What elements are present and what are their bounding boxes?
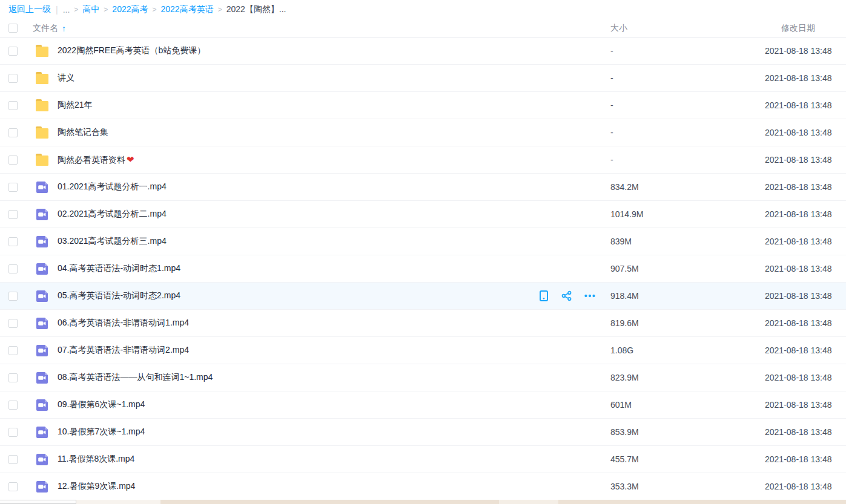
breadcrumb-separator: > [153, 5, 157, 14]
file-row[interactable]: 07.高考英语语法-非谓语动词2.mp4 [0, 337, 846, 364]
file-name-text: 06.高考英语语法-非谓语动词1.mp4 [58, 318, 189, 327]
file-row[interactable]: 04.高考英语语法-动词时态1.mp4 [0, 255, 846, 283]
video-file-icon [35, 235, 49, 249]
file-size: - [610, 46, 765, 56]
file-name-text: 05.高考英语语法-动词时态2.mp4 [58, 290, 180, 300]
file-name: 12.暑假第9次课.mp4 [58, 481, 610, 492]
file-row[interactable]: 03.2021高考试题分析三.mp4 [0, 228, 846, 255]
file-name: 2022陶然FREE高考英语（b站免费课） [58, 45, 610, 56]
file-row[interactable]: 09.暑假第6次课~1.mp4 [0, 391, 846, 419]
row-checkbox[interactable] [8, 292, 18, 301]
file-size: 907.5M [610, 264, 765, 273]
breadcrumb-separator: > [218, 5, 222, 14]
file-row[interactable]: 讲义 [0, 65, 846, 92]
row-checkbox[interactable] [8, 346, 18, 355]
file-name: 10.暑假第7次课~1.mp4 [58, 427, 610, 437]
file-name: 04.高考英语语法-动词时态1.mp4 [58, 263, 610, 274]
file-row[interactable]: 05.高考英语语法-动词时态2.mp4 [0, 283, 846, 310]
column-header-filename[interactable]: 文件名 [33, 23, 58, 34]
file-name: 09.暑假第6次课~1.mp4 [58, 399, 610, 410]
row-checkbox[interactable] [8, 482, 18, 491]
video-file-icon [35, 344, 49, 358]
file-name: 陶然笔记合集 [58, 127, 610, 138]
folder-icon [35, 71, 49, 85]
file-row[interactable]: 陶然笔记合集 [0, 119, 846, 146]
save-to-device-icon[interactable] [538, 290, 549, 301]
breadcrumb-link-2022gaokao-english[interactable]: 2022高考英语 [161, 4, 214, 15]
file-date: 2021-08-18 13:48 [765, 264, 834, 273]
share-icon[interactable] [561, 290, 572, 301]
file-date: 2021-08-18 13:48 [765, 209, 834, 219]
column-header-date[interactable]: 修改日期 [765, 23, 834, 34]
file-date: 2021-08-18 13:48 [765, 318, 834, 328]
folder-icon [35, 126, 49, 140]
video-file-icon [35, 398, 49, 412]
file-name: 02.2021高考试题分析二.mp4 [58, 209, 610, 220]
file-name: 讲义 [58, 73, 610, 83]
row-checkbox[interactable] [8, 428, 18, 437]
file-row[interactable]: 06.高考英语语法-非谓语动词1.mp4 [0, 310, 846, 337]
file-size: 823.9M [610, 373, 765, 382]
file-row[interactable]: 08.高考英语语法——从句和连词1~1.mp4 [0, 364, 846, 391]
file-name-text: 02.2021高考试题分析二.mp4 [58, 209, 167, 218]
file-name-text: 03.2021高考试题分析三.mp4 [58, 236, 167, 246]
sort-ascending-icon[interactable]: ↑ [62, 24, 66, 33]
file-size: 601M [610, 400, 765, 410]
row-checkbox[interactable] [8, 155, 18, 165]
file-date: 2021-08-18 13:48 [765, 373, 834, 382]
file-name-text: 讲义 [58, 73, 74, 82]
file-row[interactable]: 12.暑假第9次课.mp4 [0, 473, 846, 500]
file-name-text: 10.暑假第7次课~1.mp4 [58, 427, 145, 436]
breadcrumb-separator: > [74, 5, 78, 14]
row-checkbox[interactable] [8, 210, 18, 219]
row-checkbox[interactable] [8, 373, 18, 382]
file-row[interactable]: 01.2021高考试题分析一.mp4 [0, 174, 846, 201]
row-checkbox[interactable] [8, 74, 18, 83]
file-name: 01.2021高考试题分析一.mp4 [58, 182, 610, 192]
file-name-text: 2022陶然FREE高考英语（b站免费课） [58, 45, 205, 55]
file-size: 918.4M [610, 291, 765, 301]
file-date: 2021-08-18 13:48 [765, 482, 834, 491]
file-name: 03.2021高考试题分析三.mp4 [58, 236, 610, 247]
scrollbar-thumb[interactable] [0, 500, 76, 504]
file-date: 2021-08-18 13:48 [765, 345, 834, 355]
file-date: 2021-08-18 13:48 [765, 237, 834, 246]
row-checkbox[interactable] [8, 101, 18, 110]
row-checkbox[interactable] [8, 237, 18, 246]
file-size: 853.9M [610, 427, 765, 437]
file-row[interactable]: 陶然必看英语资料❤ [0, 146, 846, 174]
video-file-icon [35, 371, 49, 385]
breadcrumb-link-gaozhong[interactable]: 高中 [82, 4, 99, 15]
file-date: 2021-08-18 13:48 [765, 454, 834, 464]
file-name-text: 11.暑假第8次课.mp4 [58, 454, 134, 463]
back-link[interactable]: 返回上一级 [8, 4, 51, 15]
file-row[interactable]: 2022陶然FREE高考英语（b站免费课） [0, 38, 846, 65]
row-checkbox[interactable] [8, 319, 18, 328]
breadcrumb-divider: | [56, 5, 58, 15]
folder-icon [35, 44, 49, 58]
row-checkbox[interactable] [8, 47, 18, 56]
file-size: 455.7M [610, 454, 765, 464]
file-row[interactable]: 02.2021高考试题分析二.mp4 [0, 201, 846, 228]
video-file-icon [35, 425, 49, 439]
row-checkbox[interactable] [8, 264, 18, 273]
row-checkbox[interactable] [8, 455, 18, 464]
column-header-size[interactable]: 大小 [610, 23, 765, 34]
row-checkbox[interactable] [8, 401, 18, 410]
row-checkbox[interactable] [8, 128, 18, 137]
file-row[interactable]: 11.暑假第8次课.mp4 [0, 446, 846, 473]
file-name-text: 12.暑假第9次课.mp4 [58, 481, 135, 491]
file-name-text: 09.暑假第6次课~1.mp4 [58, 399, 145, 409]
file-name: 08.高考英语语法——从句和连词1~1.mp4 [58, 372, 610, 383]
row-checkbox[interactable] [8, 183, 18, 192]
more-icon[interactable] [584, 290, 595, 301]
file-row[interactable]: 10.暑假第7次课~1.mp4 [0, 419, 846, 446]
file-name: 05.高考英语语法-动词时态2.mp4 [58, 290, 610, 301]
breadcrumb-link-2022gaokao[interactable]: 2022高考 [112, 4, 148, 15]
file-name-text: 07.高考英语语法-非谓语动词2.mp4 [58, 345, 189, 355]
video-file-icon [35, 289, 49, 303]
select-all-checkbox[interactable] [8, 24, 18, 33]
video-file-icon [35, 208, 49, 221]
horizontal-scrollbar[interactable] [0, 500, 846, 504]
file-row[interactable]: 陶然21年 [0, 92, 846, 119]
